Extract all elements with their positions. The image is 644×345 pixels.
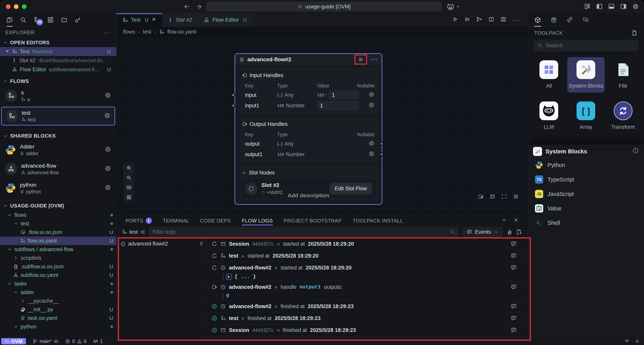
fullscreen-icon[interactable] bbox=[501, 194, 507, 201]
add-description-button[interactable]: Add description bbox=[235, 192, 382, 199]
category-all[interactable]: All bbox=[530, 57, 567, 93]
flow-item-s[interactable]: s a bbox=[1, 87, 115, 105]
gear-icon[interactable] bbox=[104, 165, 111, 173]
tree-item-flows[interactable]: flows bbox=[0, 211, 116, 219]
open-editor-slot2[interactable]: ! Slot #2 /$/self/flows/test/advanced-fl… bbox=[0, 56, 116, 65]
events-dropdown[interactable]: Events bbox=[462, 227, 503, 237]
value-type-selector[interactable]: 123⌄ bbox=[317, 93, 327, 97]
ports-indicator[interactable]: 1 bbox=[93, 338, 102, 344]
canvas-settings-icon[interactable] bbox=[513, 194, 519, 201]
toolpack-search-input[interactable] bbox=[546, 42, 635, 49]
customize-layout-icon[interactable] bbox=[584, 3, 590, 11]
flows-activity-icon[interactable]: 39 bbox=[34, 17, 40, 23]
new-toolpack-icon[interactable] bbox=[631, 30, 638, 36]
split-editor-icon[interactable] bbox=[488, 17, 494, 24]
gear-icon[interactable] bbox=[368, 91, 375, 99]
gear-icon[interactable] bbox=[368, 102, 375, 110]
log-row-session-start[interactable]: Session44d4327c »started at 2025/5/28 18… bbox=[207, 238, 528, 250]
output-handle-dot[interactable] bbox=[380, 142, 384, 146]
shared-block-advanced-flow[interactable]: advanced-flow advanced-flow bbox=[1, 160, 115, 178]
section-open-editors[interactable]: OPEN EDITORS bbox=[0, 38, 116, 47]
section-flows[interactable]: FLOWS bbox=[0, 77, 116, 86]
tree-list-icon[interactable] bbox=[140, 229, 145, 235]
log-row-test-start[interactable]: test »started at 2025/5/28 18:29:20 bbox=[207, 250, 528, 262]
tab-slot2[interactable]: ! Slot #2 bbox=[162, 13, 198, 27]
chevron-down-icon[interactable] bbox=[242, 171, 246, 175]
minimap-icon[interactable] bbox=[490, 194, 496, 201]
input-value-field[interactable] bbox=[329, 91, 359, 99]
toggle-bottom-panel-icon[interactable] bbox=[608, 3, 615, 11]
gear-icon[interactable] bbox=[104, 92, 111, 100]
gear-icon[interactable] bbox=[104, 112, 110, 120]
comment-icon[interactable] bbox=[510, 315, 517, 323]
maximize-window-button[interactable] bbox=[22, 4, 26, 9]
layout-grid-icon[interactable] bbox=[124, 192, 134, 202]
export-logs-icon[interactable] bbox=[516, 229, 522, 235]
output-handle-dot[interactable] bbox=[380, 152, 384, 156]
log-row-test-finish[interactable]: test »finished at 2025/5/28 18:29:23 bbox=[207, 312, 528, 324]
comment-icon[interactable] bbox=[510, 253, 517, 260]
graph-icon[interactable] bbox=[476, 17, 482, 24]
git-branch[interactable]: main* bbox=[32, 338, 58, 344]
key-icon[interactable] bbox=[74, 17, 81, 23]
tree-item-scriptlets[interactable]: scriptlets bbox=[0, 254, 116, 262]
tree-item-task-yaml[interactable]: task.oo.yamlU bbox=[0, 314, 116, 322]
more-actions-icon[interactable]: ··· bbox=[512, 17, 520, 24]
close-panel-icon[interactable] bbox=[513, 217, 519, 224]
toolpack-tab-icon[interactable] bbox=[534, 17, 541, 24]
node-more-icon[interactable]: ··· bbox=[368, 56, 378, 63]
category-transform[interactable]: Transform bbox=[604, 98, 642, 134]
assistant-menu[interactable] bbox=[447, 3, 460, 11]
comment-icon[interactable] bbox=[510, 303, 517, 311]
breadcrumb-test[interactable]: test bbox=[143, 29, 152, 35]
input-handle-dot[interactable] bbox=[231, 104, 235, 108]
tree-item-pycache[interactable]: __pycache__ bbox=[0, 297, 116, 305]
expand-payload-button[interactable]: ▶ bbox=[226, 274, 232, 280]
collapse-panel-icon[interactable] bbox=[501, 217, 507, 224]
rocket-icon[interactable] bbox=[566, 17, 573, 24]
close-window-button[interactable] bbox=[6, 4, 10, 9]
open-editor-test[interactable]: Test flows/test U bbox=[0, 47, 116, 56]
gear-icon[interactable] bbox=[368, 140, 375, 148]
tree-item-python[interactable]: python bbox=[0, 322, 116, 331]
tree-item-subflows-advanced-flow[interactable]: subflows / advanced-flow bbox=[0, 245, 116, 254]
nav-forward-icon[interactable] bbox=[196, 3, 202, 12]
preview-icon[interactable] bbox=[478, 194, 484, 201]
gear-icon[interactable] bbox=[104, 184, 111, 192]
tree-item-subflow-ui-json[interactable]: {}.subflow.ui.oo.jsonU bbox=[0, 262, 116, 271]
block-python[interactable]: Python bbox=[528, 158, 644, 172]
flow-canvas[interactable]: advanced-flow#2 ··· Input Handles bbox=[116, 37, 528, 215]
input-handle-dot[interactable] bbox=[231, 93, 235, 97]
extensions-icon[interactable] bbox=[47, 17, 54, 23]
shared-block-python[interactable]: python python bbox=[1, 179, 115, 197]
explorer-files-icon[interactable] bbox=[6, 17, 13, 23]
section-workspace[interactable]: USAGE-GUIDE [OVM] bbox=[0, 201, 116, 211]
shared-block-adder[interactable]: Adder adder bbox=[1, 141, 115, 159]
section-shared-blocks[interactable]: SHARED BLOCKS bbox=[0, 129, 116, 140]
tab-code-deps[interactable]: CODE DEPS bbox=[200, 215, 231, 226]
block-javascript[interactable]: JS JavaScript bbox=[528, 187, 644, 201]
run-step-icon[interactable] bbox=[464, 17, 470, 24]
comment-icon[interactable] bbox=[510, 265, 517, 272]
zoom-out-icon[interactable] bbox=[124, 173, 134, 183]
breadcrumb-file[interactable]: flow.oo.yaml bbox=[167, 29, 196, 35]
clear-logs-icon[interactable] bbox=[506, 229, 512, 235]
block-typescript[interactable]: TS TypeScript bbox=[528, 172, 644, 187]
tree-item-test[interactable]: test bbox=[0, 219, 116, 228]
settings-gear-icon[interactable] bbox=[632, 3, 639, 11]
tab-project-bootstrap[interactable]: PROJECT BOOTSTRAP bbox=[284, 215, 342, 226]
log-group-advanced-flow-2[interactable]: advanced-flow#2 9 bbox=[120, 241, 203, 247]
tree-item-flow-yaml[interactable]: flow.oo.yamlU bbox=[0, 236, 116, 245]
block-shell[interactable]: >_ Shell bbox=[528, 216, 644, 230]
folder-icon[interactable] bbox=[61, 17, 68, 23]
category-file[interactable]: File bbox=[604, 57, 642, 93]
node-run-button[interactable] bbox=[356, 56, 365, 63]
explorer-more-icon[interactable]: ··· bbox=[103, 29, 111, 36]
bell-icon[interactable] bbox=[635, 338, 640, 344]
tree-item-adder[interactable]: adder bbox=[0, 288, 116, 297]
remote-indicator[interactable]: OVM bbox=[1, 338, 26, 344]
filter-logs-input[interactable] bbox=[153, 229, 447, 235]
category-array[interactable]: [ ] Array bbox=[567, 98, 604, 134]
tab-ports[interactable]: PORTS 1 bbox=[126, 215, 152, 226]
tab-terminal[interactable]: TERMINAL bbox=[163, 215, 189, 226]
